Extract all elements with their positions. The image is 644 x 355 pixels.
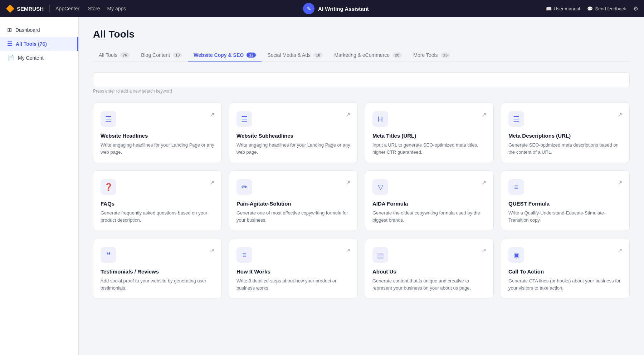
tool-card-pain-agitate[interactable]: ✏ ↗ Pain-Agitate-Solution Generate one o… — [229, 170, 358, 231]
tool-card-header: ❝ ↗ — [101, 247, 214, 263]
tool-desc-website-subheadlines: Write engaging headlines for your Landin… — [236, 142, 350, 156]
tab-social-badge: 18 — [313, 53, 323, 58]
tool-name-testimonials: Testimonials / Reviews — [101, 268, 214, 275]
tab-website-copy[interactable]: Website Copy & SEO 12 — [188, 49, 262, 62]
tool-card-header: ☰ ↗ — [236, 111, 350, 127]
tool-card-call-to-action[interactable]: ◉ ↗ Call To Action Generate CTA lines (o… — [501, 238, 630, 299]
tool-name-faqs: FAQs — [101, 201, 214, 207]
tool-card-header: ☰ ↗ — [101, 111, 214, 127]
tool-arrow-quest-formula: ↗ — [618, 179, 622, 186]
tab-website-badge: 12 — [247, 53, 256, 58]
top-nav-links: Store My apps — [88, 6, 126, 11]
tab-marketing-label: Marketing & eCommerce — [334, 52, 390, 58]
my-apps-link[interactable]: My apps — [107, 6, 126, 11]
tab-social-media[interactable]: Social Media & Ads 18 — [262, 49, 328, 62]
tab-blog-badge: 13 — [173, 53, 182, 58]
tool-card-aida-formula[interactable]: ▽ ↗ AIDA Formula Generate the oldest cop… — [365, 170, 494, 231]
page-title: All Tools — [93, 29, 630, 40]
tool-desc-about-us: Generate content that is unique and crea… — [372, 277, 486, 291]
tool-arrow-testimonials: ↗ — [210, 247, 214, 254]
tab-website-label: Website Copy & SEO — [194, 52, 244, 58]
tool-card-faqs[interactable]: ❓ ↗ FAQs Generate frequently asked quest… — [93, 170, 222, 231]
tool-arrow-about-us: ↗ — [482, 247, 486, 254]
tool-card-meta-titles[interactable]: H ↗ Meta Titles (URL) Input a URL to gen… — [365, 102, 494, 163]
tool-card-header: ✏ ↗ — [236, 179, 350, 195]
send-feedback-label: Send feedback — [595, 6, 626, 11]
sidebar-item-all-tools[interactable]: ☰ All Tools (76) — [0, 37, 78, 51]
tab-more-badge: 13 — [441, 53, 450, 58]
tab-more-label: More Tools — [413, 52, 438, 58]
tools-grid: ☰ ↗ Website Headlines Write engaging hea… — [93, 102, 630, 299]
tool-card-how-it-works[interactable]: ≡ ↗ How It Works Write 3 detailed steps … — [229, 238, 358, 299]
store-link[interactable]: Store — [88, 6, 100, 11]
brand-area: 🔶 SEMRUSH AppCenter — [6, 4, 79, 13]
tab-social-label: Social Media & Ads — [267, 52, 311, 58]
search-hint: Press enter to add a new search keyword — [93, 89, 630, 94]
tool-name-meta-titles: Meta Titles (URL) — [372, 133, 486, 139]
settings-icon: ⚙ — [633, 5, 638, 12]
sidebar-dashboard-label: Dashboard — [15, 27, 40, 33]
tool-card-header: H ↗ — [372, 111, 486, 127]
search-area: Press enter to add a new search keyword — [93, 72, 630, 94]
settings-button[interactable]: ⚙ — [633, 5, 638, 12]
tool-card-header: ☰ ↗ — [508, 111, 622, 127]
tab-all-badge: 76 — [120, 53, 130, 58]
tool-icon-faqs: ❓ — [101, 179, 116, 195]
tool-icon-pain-agitate: ✏ — [236, 179, 252, 195]
tool-arrow-website-subheadlines: ↗ — [346, 111, 350, 118]
semrush-logo-icon: 🔶 — [6, 4, 15, 13]
tool-card-about-us[interactable]: ▤ ↗ About Us Generate content that is un… — [365, 238, 494, 299]
tool-icon-website-subheadlines: ☰ — [236, 111, 252, 127]
tool-card-testimonials[interactable]: ❝ ↗ Testimonials / Reviews Add social pr… — [93, 238, 222, 299]
sidebar-my-content-label: My Content — [18, 55, 44, 61]
tool-icon-website-headlines: ☰ — [101, 111, 116, 127]
user-manual-link[interactable]: 📖 User manual — [546, 6, 580, 11]
tool-arrow-faqs: ↗ — [210, 179, 214, 186]
tool-desc-quest-formula: Write a Qualify-Understand-Educate-Stimu… — [508, 209, 622, 223]
tool-name-aida-formula: AIDA Formula — [372, 201, 486, 207]
tool-card-meta-descriptions[interactable]: ☰ ↗ Meta Descriptions (URL) Generate SEO… — [501, 102, 630, 163]
tool-card-header: ≡ ↗ — [508, 179, 622, 195]
top-nav-right: 📖 User manual 💬 Send feedback ⚙ — [546, 5, 638, 12]
tool-card-website-subheadlines[interactable]: ☰ ↗ Website Subheadlines Write engaging … — [229, 102, 358, 163]
all-tools-icon: ☰ — [7, 40, 12, 47]
tool-desc-pain-agitate: Generate one of most effective copywriti… — [236, 209, 350, 223]
sidebar-item-my-content[interactable]: 📄 My Content — [0, 51, 78, 65]
tool-name-about-us: About Us — [372, 268, 486, 275]
semrush-logo[interactable]: 🔶 SEMRUSH — [6, 4, 44, 13]
tool-card-header: ◉ ↗ — [508, 247, 622, 263]
tool-desc-aida-formula: Generate the oldest copywriting formula … — [372, 209, 486, 223]
tab-marketing[interactable]: Marketing & eCommerce 20 — [328, 49, 408, 62]
nav-divider — [49, 5, 50, 12]
user-manual-icon: 📖 — [546, 6, 552, 11]
app-title-area: ✎ AI Writing Assistant — [126, 3, 546, 14]
top-navigation: 🔶 SEMRUSH AppCenter Store My apps ✎ AI W… — [0, 0, 644, 17]
appcenter-label: AppCenter — [55, 6, 79, 11]
tool-name-meta-descriptions: Meta Descriptions (URL) — [508, 133, 622, 139]
tool-desc-call-to-action: Generate CTA lines (or hooks) about your… — [508, 277, 622, 291]
tab-marketing-badge: 20 — [392, 53, 402, 58]
tab-blog-label: Blog Content — [141, 52, 170, 58]
send-feedback-link[interactable]: 💬 Send feedback — [587, 6, 626, 11]
tool-icon-quest-formula: ≡ — [508, 179, 524, 195]
search-input[interactable] — [93, 72, 630, 87]
tab-blog-content[interactable]: Blog Content 13 — [135, 49, 188, 62]
tool-icon-meta-descriptions: ☰ — [508, 111, 524, 127]
tool-name-website-headlines: Website Headlines — [101, 133, 214, 139]
app-layout: ⊞ Dashboard ☰ All Tools (76) 📄 My Conten… — [0, 17, 644, 355]
user-manual-label: User manual — [554, 6, 580, 11]
tool-card-website-headlines[interactable]: ☰ ↗ Website Headlines Write engaging hea… — [93, 102, 222, 163]
tool-desc-website-headlines: Write engaging headlines for your Landin… — [101, 142, 214, 156]
tool-name-how-it-works: How It Works — [236, 268, 350, 275]
app-title-badge: ✎ — [303, 3, 314, 14]
tool-card-header: ≡ ↗ — [236, 247, 350, 263]
sidebar-all-tools-label: All Tools (76) — [16, 41, 47, 47]
tool-icon-about-us: ▤ — [372, 247, 388, 263]
tab-more-tools[interactable]: More Tools 13 — [408, 49, 455, 62]
tool-arrow-website-headlines: ↗ — [210, 111, 214, 118]
tab-all-tools[interactable]: All Tools 76 — [93, 49, 135, 62]
sidebar-item-dashboard[interactable]: ⊞ Dashboard — [0, 23, 78, 37]
tool-desc-meta-descriptions: Generate SEO-optimized meta descriptions… — [508, 142, 622, 156]
tool-card-quest-formula[interactable]: ≡ ↗ QUEST Formula Write a Qualify-Unders… — [501, 170, 630, 231]
tool-desc-faqs: Generate frequently asked questions base… — [101, 209, 214, 223]
